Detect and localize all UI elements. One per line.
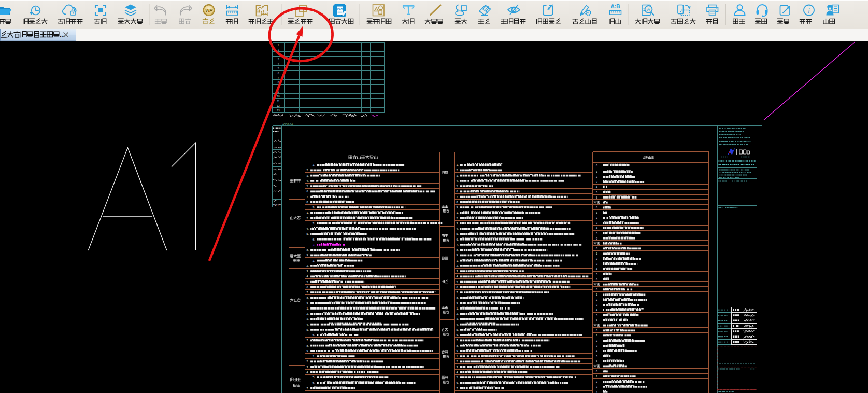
- svg-text:2.: 2.: [457, 169, 459, 172]
- svg-text:5.: 5.: [457, 280, 459, 284]
- svg-text:7.: 7.: [307, 339, 309, 342]
- svg-text:4.: 4.: [457, 275, 459, 278]
- svg-text:0: 0: [596, 247, 597, 250]
- svg-text:4.: 4.: [307, 227, 309, 230]
- svg-text:4: 4: [596, 186, 597, 189]
- svg-text:0: 0: [596, 288, 597, 291]
- svg-text:0: 0: [596, 206, 597, 209]
- svg-text:7.: 7.: [457, 195, 459, 199]
- svg-text:6: 6: [596, 278, 597, 281]
- svg-text:6.: 6.: [457, 238, 459, 241]
- svg-text:5.: 5.: [307, 232, 309, 235]
- svg-text:1.: 1.: [457, 307, 459, 310]
- svg-text:13: 13: [277, 109, 280, 112]
- svg-text:8.: 8.: [307, 296, 309, 299]
- svg-text:5: 5: [278, 67, 279, 70]
- svg-text:10: 10: [277, 95, 280, 98]
- svg-text:2.: 2.: [457, 217, 459, 220]
- svg-text:6: 6: [596, 196, 597, 199]
- svg-text:1: 1: [596, 252, 597, 255]
- svg-text:4: 4: [596, 349, 597, 353]
- svg-text:4.: 4.: [457, 179, 459, 183]
- svg-text:9.: 9.: [307, 254, 309, 257]
- svg-text:1.: 1.: [457, 211, 459, 214]
- svg-text:2.: 2.: [457, 360, 459, 363]
- svg-text:5.: 5.: [313, 376, 315, 379]
- svg-text:1: 1: [596, 211, 597, 214]
- svg-text:3.: 3.: [457, 222, 459, 225]
- svg-text:6.: 6.: [457, 190, 459, 193]
- svg-text:7.: 7.: [313, 243, 315, 246]
- svg-text:2.: 2.: [307, 312, 309, 315]
- svg-text:3: 3: [596, 303, 597, 306]
- svg-text:2: 2: [596, 380, 597, 383]
- svg-text:1.: 1.: [313, 259, 315, 262]
- svg-text:5.: 5.: [457, 376, 459, 379]
- svg-text:A:B: A:B: [611, 4, 620, 9]
- svg-text:4.: 4.: [307, 371, 309, 374]
- svg-text:3.: 3.: [457, 174, 459, 177]
- svg-text:2.: 2.: [307, 360, 309, 363]
- svg-text:6.: 6.: [307, 286, 309, 289]
- svg-text:2: 2: [596, 298, 597, 301]
- svg-text:1.: 1.: [457, 163, 459, 166]
- svg-text:3.: 3.: [307, 270, 309, 273]
- svg-text:3: 3: [596, 385, 597, 388]
- svg-text:7.: 7.: [307, 195, 309, 199]
- svg-text:5.: 5.: [457, 232, 459, 235]
- svg-text:1: 1: [596, 170, 597, 173]
- svg-text:5: 5: [596, 273, 597, 276]
- svg-text:0: 0: [596, 370, 597, 373]
- svg-text:9.: 9.: [457, 302, 459, 305]
- svg-text:1 2 1: 1 2 1: [273, 204, 279, 207]
- svg-text:CAD: CAD: [337, 8, 343, 11]
- svg-text:1.: 1.: [313, 163, 315, 166]
- svg-text:3: 3: [596, 262, 597, 265]
- svg-text:3.: 3.: [307, 317, 309, 320]
- svg-text:8.: 8.: [307, 201, 309, 204]
- svg-text:1: 1: [596, 334, 597, 337]
- svg-text:6.: 6.: [313, 238, 315, 241]
- svg-text:2: 2: [596, 257, 597, 260]
- svg-text:3: 3: [596, 344, 597, 347]
- svg-text:9.: 9.: [307, 302, 309, 305]
- svg-text:4: 4: [596, 308, 597, 312]
- svg-text:2: 2: [278, 49, 279, 51]
- svg-text:1.: 1.: [307, 307, 309, 310]
- svg-text:6.: 6.: [457, 333, 459, 336]
- svg-text:6.: 6.: [313, 381, 315, 384]
- svg-text:6.: 6.: [457, 286, 459, 289]
- svg-text:12: 12: [277, 105, 280, 107]
- svg-text:6: 6: [596, 359, 597, 362]
- svg-text:6.: 6.: [307, 190, 309, 193]
- svg-text:5.: 5.: [307, 328, 309, 331]
- svg-text:2: 2: [596, 339, 597, 342]
- svg-text:2.: 2.: [307, 264, 309, 268]
- svg-text:A: A: [647, 7, 650, 12]
- svg-text:8.: 8.: [457, 344, 459, 347]
- svg-text:3.: 3.: [313, 222, 315, 225]
- svg-text:3.: 3.: [307, 174, 309, 177]
- svg-text:4: 4: [278, 63, 279, 65]
- svg-text:1.: 1.: [307, 211, 309, 214]
- svg-text:7.: 7.: [457, 339, 459, 342]
- svg-text:5.: 5.: [307, 280, 309, 284]
- svg-text:6.: 6.: [457, 381, 459, 384]
- svg-text:3.: 3.: [307, 366, 309, 369]
- svg-text:3.: 3.: [457, 366, 459, 369]
- svg-text:3.: 3.: [457, 317, 459, 320]
- svg-text:7.: 7.: [307, 387, 309, 390]
- svg-text:8.: 8.: [457, 201, 459, 204]
- svg-text:9.: 9.: [313, 206, 315, 209]
- svg-text:6: 6: [278, 72, 279, 75]
- svg-text:2.: 2.: [307, 169, 309, 172]
- svg-text:4.: 4.: [307, 275, 309, 278]
- svg-text:7.: 7.: [457, 291, 459, 294]
- svg-text:9.: 9.: [457, 349, 459, 353]
- svg-text:1.: 1.: [457, 355, 459, 358]
- svg-text:5: 5: [596, 355, 597, 358]
- svg-text:7.: 7.: [307, 291, 309, 294]
- svg-text:4.: 4.: [457, 323, 459, 326]
- svg-text:2.: 2.: [307, 217, 309, 220]
- svg-text:5.: 5.: [457, 185, 459, 188]
